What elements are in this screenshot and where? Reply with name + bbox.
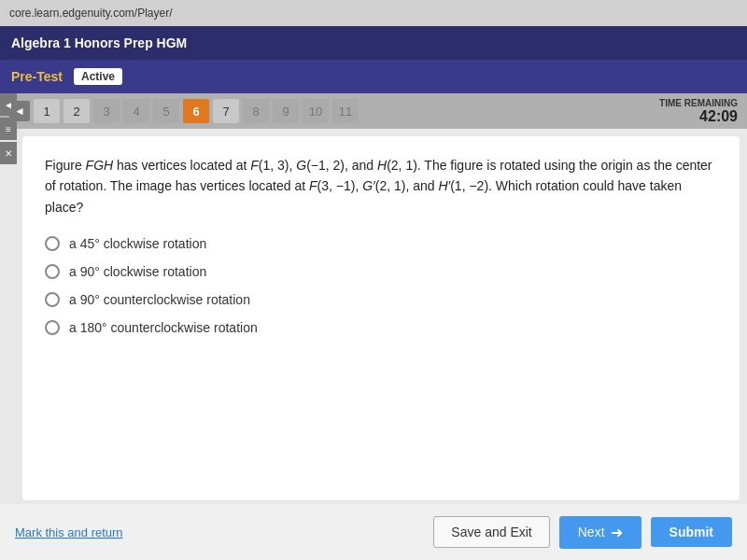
active-badge: Active xyxy=(74,68,122,85)
q-num-2[interactable]: 2 xyxy=(63,99,90,123)
option-d[interactable]: a 180° counterclockwise rotation xyxy=(45,320,717,335)
next-button[interactable]: Next ➜ xyxy=(559,516,641,549)
radio-c[interactable] xyxy=(45,292,60,307)
answer-options: a 45° clockwise rotation a 90° clockwise… xyxy=(45,236,717,335)
option-c[interactable]: a 90° counterclockwise rotation xyxy=(45,292,717,307)
radio-b[interactable] xyxy=(45,264,60,279)
save-exit-button[interactable]: Save and Exit xyxy=(433,516,549,548)
next-label: Next xyxy=(578,525,605,539)
submit-button[interactable]: Submit xyxy=(651,517,732,547)
radio-d[interactable] xyxy=(45,320,60,335)
q-num-4: 4 xyxy=(123,99,149,123)
vertex-h-prime: H′ xyxy=(438,178,450,193)
vertex-g-prime: G′ xyxy=(362,178,375,193)
time-remaining-value: 42:09 xyxy=(659,108,738,125)
q-num-8: 8 xyxy=(243,99,269,123)
vertex-f-prime: F xyxy=(309,178,317,193)
option-c-text: a 90° counterclockwise rotation xyxy=(69,292,250,307)
sidebar-tool-close[interactable]: ✕ xyxy=(0,142,17,164)
q-num-9: 9 xyxy=(273,99,299,123)
sidebar-tools: ◄ ≡ ✕ xyxy=(0,93,19,164)
option-b[interactable]: a 90° clockwise rotation xyxy=(45,264,717,279)
main-content: Figure FGH has vertices located at F(1, … xyxy=(22,136,740,500)
sidebar-tool-menu[interactable]: ≡ xyxy=(0,118,17,140)
sidebar-tool-arrow[interactable]: ◄ xyxy=(0,93,17,116)
radio-a[interactable] xyxy=(45,236,60,251)
question-nav-bar: ◄ 1 2 3 4 5 6 7 8 9 10 11 TIME REMAINING… xyxy=(0,93,747,129)
option-b-text: a 90° clockwise rotation xyxy=(69,264,206,279)
browser-url: core.learn.edgenuity.com/Player/ xyxy=(9,7,173,20)
browser-bar: core.learn.edgenuity.com/Player/ xyxy=(0,0,747,26)
q-num-5: 5 xyxy=(153,99,179,123)
option-a-text: a 45° clockwise rotation xyxy=(69,236,206,251)
vertex-g: G xyxy=(296,158,306,173)
figure-name: FGH xyxy=(86,158,114,173)
q-num-7[interactable]: 7 xyxy=(213,99,239,123)
q-num-11: 11 xyxy=(332,99,359,123)
app-title: Algebra 1 Honors Prep HGM xyxy=(11,35,187,50)
option-d-text: a 180° counterclockwise rotation xyxy=(69,320,258,335)
q-num-3: 3 xyxy=(93,99,120,123)
pretest-label: Pre-Test xyxy=(11,69,63,84)
vertex-h: H xyxy=(377,158,387,173)
sub-header: Pre-Test Active xyxy=(0,60,747,93)
bottom-bar: Mark this and return Save and Exit Next … xyxy=(0,504,747,560)
vertex-f: F xyxy=(250,158,259,173)
mark-return-link[interactable]: Mark this and return xyxy=(15,525,123,539)
q-num-1[interactable]: 1 xyxy=(34,99,60,123)
option-a[interactable]: a 45° clockwise rotation xyxy=(45,236,717,251)
time-remaining-container: TIME REMAINING 42:09 xyxy=(659,98,738,125)
next-arrow-icon: ➜ xyxy=(611,524,623,541)
app-header: Algebra 1 Honors Prep HGM xyxy=(0,26,747,60)
question-text: Figure FGH has vertices located at F(1, … xyxy=(45,155,717,217)
q-num-6[interactable]: 6 xyxy=(183,99,209,123)
time-remaining-label: TIME REMAINING xyxy=(659,98,738,108)
q-num-10: 10 xyxy=(303,99,329,123)
